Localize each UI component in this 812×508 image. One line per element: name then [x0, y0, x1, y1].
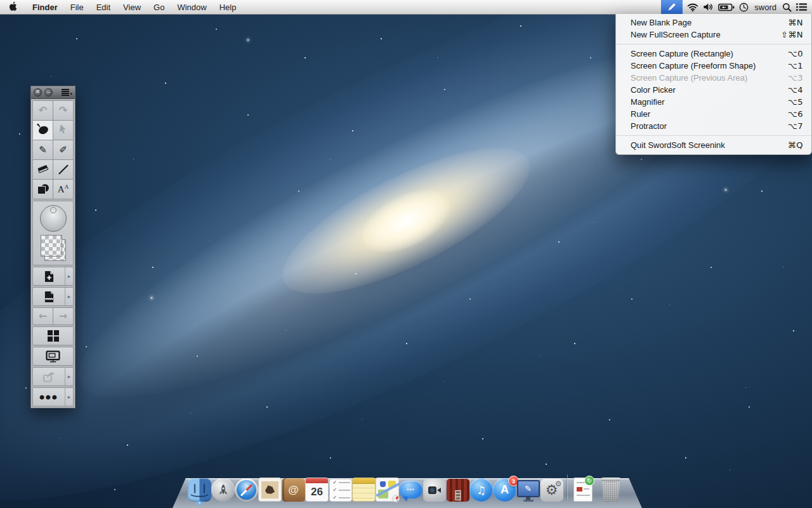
dock-itunes[interactable]: ♫ [469, 475, 493, 502]
undo-button[interactable]: ↶ [33, 101, 53, 120]
cursor-arrow-icon [58, 124, 68, 137]
menu-item-protractor[interactable]: Protractor ⌥7 [616, 120, 811, 132]
spotlight-menu-extra[interactable] [782, 0, 792, 14]
share-icon [33, 368, 65, 385]
palette-tool-grid: ↶ ↷ ✎ ✐ [32, 100, 74, 199]
battery-menu-extra[interactable] [718, 0, 735, 14]
page-navigation: ← → [32, 307, 74, 325]
menu-item-capture-freeform[interactable]: Screen Capture (Freeform Shape) ⌥1 [616, 60, 811, 72]
apple-menu[interactable] [0, 0, 26, 14]
previous-page-button[interactable]: ← [33, 308, 53, 324]
active-app-menu[interactable]: Finder [26, 3, 64, 12]
submenu-arrow-icon[interactable]: ▸ [65, 267, 73, 285]
foreground-swatch[interactable] [41, 235, 62, 257]
dock-reminders[interactable]: ✓ ✓ ✓ [329, 475, 352, 502]
dock-contacts[interactable]: @ [282, 475, 305, 502]
palette-color-panel [32, 201, 74, 265]
pages-overview-button[interactable] [32, 326, 74, 345]
dock-finder[interactable] [188, 475, 211, 502]
facetime-icon [423, 479, 446, 502]
menu-item-new-fullscreen-capture[interactable]: New FullScreen Capture ⇧⌘N [616, 29, 811, 41]
color-knob[interactable] [40, 205, 67, 232]
volume-menu-extra[interactable] [703, 0, 714, 14]
mouse-tool-button[interactable] [33, 121, 53, 140]
document-icon: ↻ [573, 478, 593, 502]
minimize-button[interactable]: – [44, 88, 53, 97]
capture-page-button[interactable]: ▸ [32, 287, 74, 306]
menu-item-magnifier[interactable]: Magnifier ⌥5 [616, 96, 811, 108]
clock-icon [739, 3, 749, 12]
menu-item-quit-screenink[interactable]: Quit SwordSoft Screenink ⌘Q [616, 139, 811, 151]
shapes-icon [37, 184, 49, 194]
reminders-icon: ✓ ✓ ✓ [329, 479, 352, 502]
list-icon [796, 3, 807, 11]
select-tool-button[interactable] [53, 121, 73, 140]
dock-messages[interactable]: ••• [399, 475, 422, 502]
dock-document[interactable]: ↻ [570, 475, 596, 502]
dock-trash[interactable] [596, 475, 625, 502]
line-tool-button[interactable] [53, 160, 73, 179]
screenink-menu-extra[interactable] [661, 0, 683, 14]
finder-icon [188, 478, 211, 502]
menu-item-ruler[interactable]: Ruler ⌥6 [616, 108, 811, 120]
caret-down-icon: ▾ [70, 91, 72, 97]
calendar-day: 26 [311, 483, 323, 501]
transparency-swatches[interactable] [41, 235, 66, 262]
pencil-tool-button[interactable]: ✎ [33, 140, 53, 159]
dock-notes[interactable] [352, 475, 376, 502]
menu-window[interactable]: Window [171, 3, 213, 12]
dock-photo-booth[interactable] [446, 475, 469, 502]
submenu-arrow-icon[interactable]: ▸ [65, 388, 73, 406]
text-tool-button[interactable]: AA [53, 180, 73, 199]
shapes-tool-button[interactable] [33, 180, 53, 199]
line-icon [58, 164, 69, 175]
time-machine-menu-extra[interactable] [739, 0, 749, 14]
system-preferences-icon: ⚙ ⚙ [540, 479, 563, 502]
next-page-button[interactable]: → [53, 308, 73, 324]
dock-safari[interactable] [235, 475, 258, 502]
redo-button[interactable]: ↷ [53, 101, 73, 120]
palette-menu-button[interactable]: ▾ [62, 88, 72, 97]
menu-item-color-picker[interactable]: Color Picker ⌥4 [616, 84, 811, 96]
dock-screenink[interactable]: ✎ [516, 475, 540, 502]
dock-system-preferences[interactable]: ⚙ ⚙ [540, 475, 563, 502]
dock-app-store[interactable]: A 3 [493, 475, 516, 502]
list-icon [62, 88, 69, 97]
more-options-button[interactable]: ●●● ▸ [32, 387, 74, 406]
marker-tool-button[interactable]: ✐ [53, 140, 73, 159]
new-page-button[interactable]: ▸ [32, 267, 74, 286]
fullscreen-button[interactable] [32, 347, 74, 366]
menu-help[interactable]: Help [213, 3, 243, 12]
running-app-indicator [197, 502, 202, 504]
palette-titlebar[interactable]: ✕ – ▾ [31, 86, 75, 99]
dock-calendar[interactable]: 26 [305, 475, 329, 502]
wifi-menu-extra[interactable] [687, 0, 698, 14]
eraser-tool-button[interactable] [33, 160, 53, 179]
arrow-right-icon: → [59, 311, 67, 321]
share-button[interactable]: ▸ [32, 367, 74, 386]
apple-logo-icon [9, 1, 17, 13]
new-page-icon [33, 267, 65, 285]
user-switch-menu[interactable]: sword [753, 0, 778, 14]
menu-item-capture-rectangle[interactable]: Screen Capture (Rectangle) ⌥0 [616, 48, 811, 60]
menubar: Finder File Edit View Go Window Help [0, 0, 812, 15]
menu-file[interactable]: File [64, 3, 90, 12]
notification-center-menu-extra[interactable] [796, 0, 807, 14]
menubar-status-area: sword [661, 0, 812, 14]
submenu-arrow-icon[interactable]: ▸ [65, 288, 73, 305]
grid-icon [33, 327, 73, 345]
dock-icons: @ 26 ✓ ✓ ✓ ••• [188, 474, 625, 502]
calendar-icon: 26 [305, 478, 329, 502]
menu-item-new-blank-page[interactable]: New Blank Page ⌘N [616, 17, 811, 29]
submenu-arrow-icon[interactable]: ▸ [65, 368, 73, 385]
dock-mail[interactable] [258, 475, 282, 502]
menu-go[interactable]: Go [147, 3, 171, 12]
dock-facetime[interactable] [422, 475, 446, 502]
close-button[interactable]: ✕ [34, 88, 42, 97]
monitor-icon [33, 347, 73, 365]
dock-launchpad[interactable] [211, 475, 235, 502]
dock-maps[interactable] [376, 475, 399, 502]
search-icon [782, 3, 792, 12]
menu-view[interactable]: View [117, 3, 147, 12]
menu-edit[interactable]: Edit [90, 3, 117, 12]
